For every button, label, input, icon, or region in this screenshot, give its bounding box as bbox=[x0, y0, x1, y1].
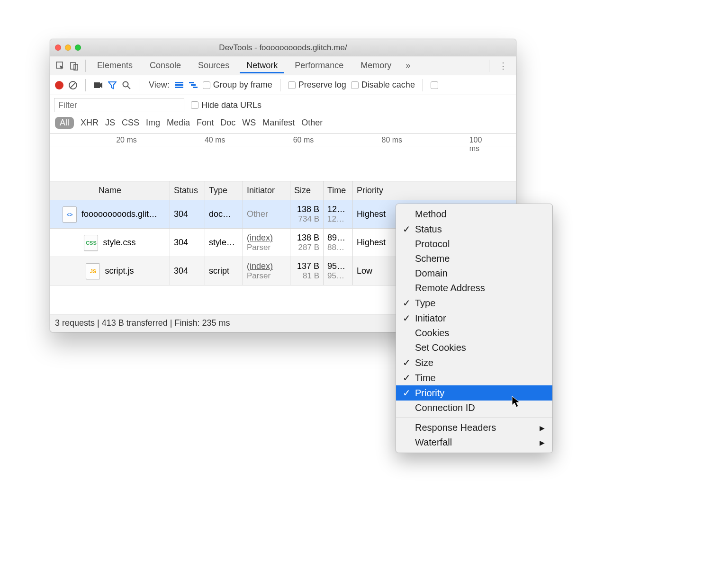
tab-elements[interactable]: Elements bbox=[90, 58, 139, 73]
svg-point-6 bbox=[123, 81, 128, 87]
filter-ws[interactable]: WS bbox=[242, 118, 256, 128]
filter-doc[interactable]: Doc bbox=[220, 118, 235, 128]
menu-item-initiator[interactable]: ✓Initiator bbox=[396, 311, 552, 326]
filter-all[interactable]: All bbox=[55, 117, 74, 129]
menu-item-label: Time bbox=[415, 373, 436, 383]
doc-file-icon: <> bbox=[63, 206, 77, 223]
timeline-overview[interactable]: 20 ms40 ms60 ms80 ms100 ms bbox=[50, 134, 516, 181]
menu-item-label: Protocol bbox=[415, 239, 450, 249]
check-icon: ✓ bbox=[402, 387, 411, 399]
devtools-menu-button[interactable]: ⋮ bbox=[494, 61, 512, 71]
menu-item-set-cookies[interactable]: Set Cookies bbox=[396, 340, 552, 355]
filter-input[interactable] bbox=[54, 98, 184, 112]
menu-item-label: Domain bbox=[415, 268, 448, 279]
preserve-log-checkbox[interactable]: Preserve log bbox=[288, 80, 346, 90]
menu-item-domain[interactable]: Domain bbox=[396, 266, 552, 281]
col-name[interactable]: Name bbox=[50, 181, 170, 200]
timeline-tick: 40 ms bbox=[205, 136, 227, 144]
menu-item-status[interactable]: ✓Status bbox=[396, 222, 552, 237]
cell-size: 138 B734 B bbox=[290, 200, 324, 228]
separator bbox=[85, 79, 86, 91]
filter-font[interactable]: Font bbox=[197, 118, 214, 128]
menu-item-label: Response Headers bbox=[415, 422, 496, 433]
initiator-link[interactable]: (index) bbox=[247, 261, 286, 271]
js-file-icon: JS bbox=[86, 263, 100, 279]
close-window-button[interactable] bbox=[55, 45, 61, 51]
filter-css[interactable]: CSS bbox=[122, 118, 139, 128]
devtools-tabs: ElementsConsoleSourcesNetworkPerformance… bbox=[50, 56, 516, 75]
large-rows-icon[interactable] bbox=[174, 80, 184, 90]
tab-network[interactable]: Network bbox=[240, 58, 284, 73]
filter-img[interactable]: Img bbox=[146, 118, 160, 128]
search-icon[interactable] bbox=[122, 80, 131, 90]
cell-type: script bbox=[205, 257, 243, 285]
initiator-link[interactable]: (index) bbox=[247, 233, 286, 243]
svg-rect-9 bbox=[175, 84, 183, 86]
menu-item-size[interactable]: ✓Size bbox=[396, 355, 552, 370]
svg-rect-13 bbox=[193, 87, 198, 88]
menu-item-connection-id[interactable]: Connection ID bbox=[396, 401, 552, 415]
separator bbox=[489, 60, 489, 72]
menu-item-label: Scheme bbox=[415, 253, 450, 264]
filter-row: Hide data URLs bbox=[50, 95, 516, 115]
clear-icon[interactable] bbox=[68, 80, 78, 90]
filter-other[interactable]: Other bbox=[301, 118, 323, 128]
filter-manifest[interactable]: Manifest bbox=[262, 118, 295, 128]
col-priority[interactable]: Priority bbox=[353, 181, 390, 200]
menu-item-waterfall[interactable]: Waterfall▶ bbox=[396, 435, 552, 450]
file-name: fooooooooods.glit… bbox=[81, 209, 157, 219]
hide-data-urls-checkbox[interactable]: Hide data URLs bbox=[191, 100, 261, 110]
submenu-arrow-icon: ▶ bbox=[540, 439, 545, 446]
filter-icon[interactable] bbox=[108, 80, 117, 90]
menu-item-method[interactable]: Method bbox=[396, 207, 552, 222]
device-toggle-icon[interactable] bbox=[68, 60, 81, 72]
type-filters: All XHRJSCSSImgMediaFontDocWSManifestOth… bbox=[50, 115, 516, 134]
filter-media[interactable]: Media bbox=[167, 118, 190, 128]
menu-item-time[interactable]: ✓Time bbox=[396, 370, 552, 385]
menu-item-priority[interactable]: ✓Priority bbox=[396, 385, 552, 401]
group-by-frame-checkbox[interactable]: Group by frame bbox=[203, 80, 272, 90]
zoom-window-button[interactable] bbox=[75, 45, 81, 51]
minimize-window-button[interactable] bbox=[65, 45, 71, 51]
tab-performance[interactable]: Performance bbox=[288, 58, 350, 73]
view-label: View: bbox=[149, 80, 170, 90]
offline-checkbox[interactable] bbox=[431, 81, 441, 89]
col-size[interactable]: Size bbox=[290, 181, 324, 200]
menu-item-response-headers[interactable]: Response Headers▶ bbox=[396, 420, 552, 435]
tab-sources[interactable]: Sources bbox=[191, 58, 236, 73]
cell-status: 304 bbox=[170, 257, 205, 285]
menu-item-cookies[interactable]: Cookies bbox=[396, 326, 552, 340]
separator bbox=[139, 79, 139, 91]
disable-cache-checkbox[interactable]: Disable cache bbox=[351, 80, 415, 90]
svg-rect-11 bbox=[189, 82, 194, 83]
record-button[interactable] bbox=[55, 81, 63, 89]
waterfall-view-icon[interactable] bbox=[189, 80, 198, 90]
menu-item-label: Waterfall bbox=[415, 437, 452, 448]
menu-item-remote-address[interactable]: Remote Address bbox=[396, 281, 552, 295]
menu-item-protocol[interactable]: Protocol bbox=[396, 237, 552, 251]
inspect-element-icon[interactable] bbox=[54, 60, 66, 72]
cell-status: 304 bbox=[170, 229, 205, 257]
menu-item-label: Connection ID bbox=[415, 402, 475, 413]
tab-console[interactable]: Console bbox=[143, 58, 188, 73]
cell-name: JSscript.js bbox=[50, 257, 170, 285]
more-tabs-button[interactable]: » bbox=[400, 61, 416, 71]
col-initiator[interactable]: Initiator bbox=[243, 181, 290, 200]
cell-name: <>fooooooooods.glit… bbox=[50, 200, 170, 228]
cell-initiator: (index)Parser bbox=[243, 257, 290, 285]
menu-item-label: Type bbox=[415, 298, 435, 309]
col-time[interactable]: Time bbox=[324, 181, 353, 200]
camera-icon[interactable] bbox=[93, 80, 103, 90]
filter-js[interactable]: JS bbox=[105, 118, 115, 128]
tab-memory[interactable]: Memory bbox=[354, 58, 398, 73]
col-status[interactable]: Status bbox=[170, 181, 205, 200]
timeline-tick: 80 ms bbox=[382, 136, 405, 144]
cell-priority: Highest bbox=[353, 200, 390, 228]
menu-item-scheme[interactable]: Scheme bbox=[396, 251, 552, 266]
check-icon: ✓ bbox=[402, 312, 411, 324]
file-name: script.js bbox=[105, 266, 134, 276]
check-icon: ✓ bbox=[402, 223, 411, 235]
menu-item-type[interactable]: ✓Type bbox=[396, 295, 552, 311]
filter-xhr[interactable]: XHR bbox=[81, 118, 99, 128]
col-type[interactable]: Type bbox=[205, 181, 243, 200]
